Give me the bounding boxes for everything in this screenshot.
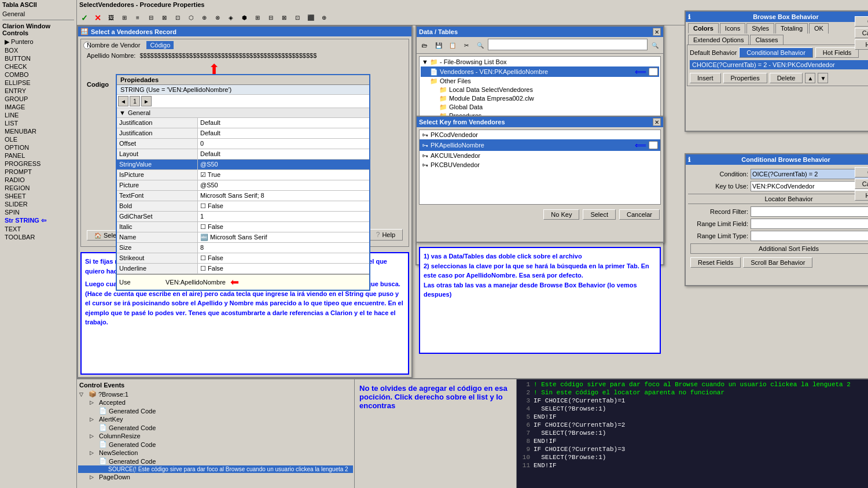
tv-pagedown[interactable]: ▷ PageDown bbox=[78, 473, 353, 481]
data-btn-1[interactable]: 🗁 bbox=[418, 39, 431, 51]
browse-cancel-btn[interactable]: Cancel bbox=[855, 28, 868, 38]
cond-help-btn[interactable]: Help bbox=[855, 190, 868, 201]
help-btn-inner[interactable]: ? Help bbox=[369, 229, 403, 241]
toolbar-btn-8[interactable]: ⊡ bbox=[171, 12, 184, 24]
sidebar-item-puntero[interactable]: ▶ Puntero bbox=[0, 38, 76, 46]
data-btn-5[interactable]: 🔍 bbox=[474, 39, 487, 51]
key-item-akcuil[interactable]: 🗝 AKCUILVendedor bbox=[420, 151, 660, 160]
tree-item-vendedores[interactable]: 📄 Vendedores - VEN:PKApellidoNombre ⟸ 1 bbox=[421, 66, 659, 77]
tree-item-moduledata[interactable]: 📁 Module Data Empresa002.clw bbox=[421, 94, 659, 103]
toolbar-btn-6[interactable]: ⊟ bbox=[145, 12, 157, 24]
sidebar-item-image[interactable]: IMAGE bbox=[0, 103, 76, 111]
browse-up-btn[interactable]: ▲ bbox=[805, 73, 815, 83]
sidebar-item-check[interactable]: CHECK bbox=[0, 62, 76, 71]
tv-alertkey-code[interactable]: 📄 Generated Code bbox=[78, 423, 353, 432]
sidebar-item-combo[interactable]: COMBO bbox=[0, 71, 76, 79]
record-filter-input[interactable] bbox=[751, 206, 868, 217]
expand-browse1[interactable]: ▽ bbox=[79, 391, 89, 397]
cond-ok-btn[interactable]: OK bbox=[855, 167, 868, 178]
scroll-bar-behavior-btn[interactable]: Scroll Bar Behavior bbox=[743, 257, 812, 268]
sidebar-item-ellipse[interactable]: ELLIPSE bbox=[0, 79, 76, 87]
tv-browse1[interactable]: ▽ 📦 ?Browse:1 bbox=[78, 390, 353, 398]
browse-properties-btn[interactable]: Properties bbox=[723, 73, 767, 83]
no-key-btn[interactable]: No Key bbox=[543, 209, 579, 220]
conditional-behavior-btn[interactable]: Conditional Behavior bbox=[739, 47, 813, 58]
tab-totaling[interactable]: Totaling bbox=[775, 23, 808, 34]
tree-item-localdata[interactable]: 📁 Local Data SelectVendedores bbox=[421, 86, 659, 94]
sidebar-item-sheet[interactable]: SHEET bbox=[0, 192, 76, 200]
data-search-input[interactable] bbox=[488, 39, 648, 50]
sidebar-item-line[interactable]: LINE bbox=[0, 111, 76, 119]
range-limit-type-select[interactable] bbox=[751, 231, 868, 241]
toolbar-ok-btn[interactable]: ✓ bbox=[78, 12, 91, 24]
data-btn-2[interactable]: 💾 bbox=[432, 39, 445, 51]
tab-colors[interactable]: Colors bbox=[688, 23, 719, 34]
sidebar-item-text[interactable]: TEXT bbox=[0, 225, 76, 233]
sidebar-item-entry[interactable]: ENTRY bbox=[0, 87, 76, 95]
sidebar-item-slider[interactable]: SLIDER bbox=[0, 200, 76, 208]
tv-newselection[interactable]: ▷ NewSelection bbox=[78, 449, 353, 457]
toolbar-btn-7[interactable]: ⊠ bbox=[158, 12, 171, 24]
condition-input[interactable] bbox=[751, 169, 868, 179]
tv-source-item[interactable]: SOURCE(! Este código sirve para dar foco… bbox=[78, 465, 353, 473]
reset-fields-btn[interactable]: Reset Fields bbox=[690, 257, 741, 268]
key-dialog-close[interactable]: ✕ bbox=[653, 118, 661, 126]
key-item-pkcod[interactable]: 🗝 PKCodVendedor bbox=[420, 130, 660, 139]
toolbar-btn-17[interactable]: ⊡ bbox=[291, 12, 304, 24]
toolbar-btn-4[interactable]: ⊞ bbox=[118, 12, 131, 24]
toolbar-btn-3[interactable]: 🖼 bbox=[105, 12, 117, 24]
data-btn-3[interactable]: 📋 bbox=[446, 39, 459, 51]
key-cancel-btn[interactable]: Cancelar bbox=[619, 209, 660, 220]
expand-colresize[interactable]: ▷ bbox=[90, 433, 99, 439]
expand-newsel[interactable]: ▷ bbox=[90, 450, 99, 456]
toolbar-btn-5[interactable]: ≡ bbox=[131, 12, 144, 24]
tab-styles[interactable]: Styles bbox=[746, 23, 774, 34]
browse-help-btn[interactable]: Help bbox=[855, 39, 868, 50]
browse-insert-btn[interactable]: Insert bbox=[690, 73, 721, 83]
toolbar-btn-11[interactable]: ⊗ bbox=[211, 12, 224, 24]
expand-accepted[interactable]: ▷ bbox=[90, 400, 99, 405]
toolbar-btn-14[interactable]: ⊞ bbox=[251, 12, 264, 24]
data-tables-close[interactable]: ✕ bbox=[653, 28, 661, 36]
sidebar-item-panel[interactable]: PANEL bbox=[0, 151, 76, 160]
expand-general[interactable]: ▼ bbox=[119, 109, 126, 116]
sidebar-item-region[interactable]: REGION bbox=[0, 184, 76, 192]
sidebar-item-menubar[interactable]: MENUBAR bbox=[0, 127, 76, 135]
hot-fields-btn[interactable]: Hot Fields bbox=[815, 47, 859, 58]
range-limit-field-input[interactable] bbox=[751, 219, 868, 229]
props-btn-1[interactable]: ◄ bbox=[118, 96, 128, 106]
sidebar-item-group[interactable]: GROUP bbox=[0, 95, 76, 103]
tab-icons[interactable]: Icons bbox=[720, 23, 745, 34]
toolbar-btn-9[interactable]: ⬡ bbox=[185, 12, 197, 24]
sidebar-item-option[interactable]: OPTION bbox=[0, 143, 76, 151]
toolbar-btn-19[interactable]: ⊕ bbox=[318, 12, 330, 24]
tree-item-otherfiles[interactable]: 📁 Other Files bbox=[421, 77, 659, 86]
toolbar-btn-10[interactable]: ⊕ bbox=[198, 12, 211, 24]
tab-browse-ok[interactable]: OK bbox=[809, 23, 829, 34]
key-item-pkcbu[interactable]: 🗝 PKCBUVendedor bbox=[420, 160, 660, 169]
browse-down-btn[interactable]: ▼ bbox=[818, 73, 828, 83]
sidebar-item-ole[interactable]: OLE bbox=[0, 135, 76, 143]
tv-alertkey[interactable]: ▷ AlertKey bbox=[78, 415, 353, 423]
tv-columnresize[interactable]: ▷ ColumnResize bbox=[78, 432, 353, 440]
sidebar-item-string[interactable]: Str STRING ⇦ bbox=[0, 216, 76, 225]
toolbar-btn-15[interactable]: ⊟ bbox=[264, 12, 277, 24]
data-search-btn[interactable]: 🔍 bbox=[649, 39, 661, 51]
sidebar-item-prompt[interactable]: PROMPT bbox=[0, 168, 76, 176]
browse-ok-btn[interactable]: OK bbox=[855, 16, 868, 27]
sidebar-item-radio[interactable]: RADIO bbox=[0, 176, 76, 184]
props-btn-2[interactable]: 1 bbox=[130, 96, 140, 106]
data-btn-4[interactable]: ✂ bbox=[460, 39, 473, 51]
key-to-use-input[interactable] bbox=[751, 181, 868, 191]
sidebar-item-spin[interactable]: SPIN bbox=[0, 208, 76, 216]
tv-accepted-code[interactable]: 📄 Generated Code bbox=[78, 406, 353, 415]
sidebar-item-progress[interactable]: PROGRESS bbox=[0, 160, 76, 168]
sidebar-item-toolbar[interactable]: TOOLBAR bbox=[0, 233, 76, 241]
tv-columnresize-code[interactable]: 📄 Generated Code bbox=[78, 440, 353, 449]
sidebar-item-button[interactable]: BUTTON bbox=[0, 54, 76, 62]
tree-item-globaldata[interactable]: 📁 Global Data bbox=[421, 103, 659, 112]
toolbar-cancel-btn[interactable]: ✕ bbox=[91, 12, 104, 24]
sidebar-item-box[interactable]: BOX bbox=[0, 46, 76, 54]
expand-pagedown[interactable]: ▷ bbox=[90, 474, 99, 480]
key-select-btn[interactable]: Select bbox=[583, 209, 616, 220]
